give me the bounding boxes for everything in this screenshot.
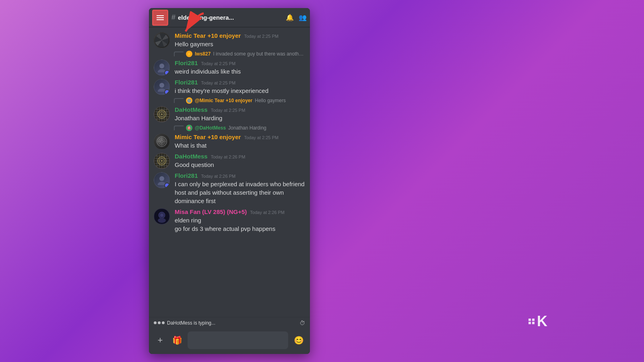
role-badge — [164, 183, 170, 188]
hamburger-button[interactable] — [152, 10, 168, 26]
avatar — [154, 172, 170, 188]
message-header: Mimic Tear +10 enjoyer Today at 2:25 PM — [175, 32, 305, 39]
svg-point-3 — [160, 39, 163, 42]
reply-text: I invaded some guy but there was another… — [213, 51, 305, 57]
avatar — [154, 153, 170, 169]
k-letter: K — [537, 313, 547, 330]
message-content: Flori281 Today at 2:26 PM I can only be … — [175, 172, 305, 205]
message-content: Flori281 Today at 2:25 PM weird individu… — [175, 60, 305, 76]
header-icons: 🔔 👥 — [286, 14, 307, 21]
discord-panel: # elden-ring-genera... 🔔 👥 — [149, 8, 310, 354]
emoji-button[interactable]: 😊 — [292, 334, 305, 347]
notification-icon[interactable]: 🔔 — [286, 14, 294, 21]
reply-author: lws827 — [195, 51, 211, 57]
members-icon[interactable]: 👥 — [299, 14, 307, 21]
message-header: Flori281 Today at 2:25 PM — [175, 79, 305, 86]
message-text: i think they're mostly inexperienced — [175, 86, 305, 95]
role-badge — [164, 70, 170, 76]
k-dot-row-top — [528, 319, 535, 321]
author-name: DaHotMess — [175, 106, 208, 113]
timestamp: Today at 2:25 PM — [244, 135, 279, 140]
message-header: DaHotMess Today at 2:26 PM — [175, 153, 305, 160]
channel-hash-icon: # — [171, 13, 175, 22]
timestamp: Today at 2:25 PM — [201, 61, 236, 66]
avatar — [154, 106, 170, 122]
avatar — [154, 134, 170, 150]
k-dot — [528, 319, 531, 321]
timestamp: Today at 2:25 PM — [244, 34, 279, 39]
author-name: Mimic Tear +10 enjoyer — [175, 134, 241, 140]
svg-point-45 — [160, 214, 163, 217]
k-dot — [532, 322, 535, 324]
author-name: Mimic Tear +10 enjoyer — [175, 32, 241, 39]
avatar — [154, 60, 170, 76]
k-dots — [528, 319, 535, 324]
typing-indicator: DaHotMess is typing... ⏱ — [149, 317, 310, 328]
message-text: weird individuals like this — [175, 67, 305, 76]
message-header: Flori281 Today at 2:25 PM — [175, 60, 305, 66]
typing-dot-2 — [158, 321, 161, 324]
timestamp: Today at 2:26 PM — [250, 210, 285, 215]
channel-header: # elden-ring-genera... 🔔 👥 — [149, 8, 310, 27]
reply-text: Jonathan Harding — [228, 125, 266, 131]
svg-point-44 — [158, 218, 166, 223]
message-text: Hello gaymers — [175, 40, 305, 48]
emoji-icon: 😊 — [294, 335, 304, 345]
table-row: Misa Fan (LV 285) (NG+5) Today at 2:26 P… — [149, 207, 310, 234]
typing-dot-3 — [162, 321, 165, 324]
timestamp: Today at 2:26 PM — [211, 154, 246, 159]
avatar — [154, 79, 170, 95]
typing-dots — [154, 321, 165, 324]
author-name: Flori281 — [175, 60, 198, 66]
svg-point-40 — [161, 160, 163, 162]
reply-author: @DaHotMess — [195, 125, 226, 131]
reply-line — [174, 98, 184, 103]
watermark: K — [528, 313, 547, 330]
typing-status-icon: ⏱ — [299, 320, 305, 326]
message-text: I can only be perplexed at invaders who … — [175, 180, 305, 205]
svg-point-1 — [157, 35, 167, 45]
message-header: DaHotMess Today at 2:25 PM — [175, 106, 305, 113]
reply-author: @Mimic Tear +10 enjoyer — [195, 98, 252, 103]
author-name: Misa Fan (LV 285) (NG+5) — [175, 208, 247, 215]
avatar — [154, 32, 170, 48]
message-text: Jonathan Harding — [175, 114, 305, 122]
reply-line — [174, 51, 184, 56]
svg-point-7 — [159, 83, 164, 88]
k-dot — [528, 322, 531, 324]
table-row: Flori281 Today at 2:26 PM I can only be … — [149, 171, 310, 207]
reply-text: Hello gaymers — [255, 98, 286, 103]
message-content: DaHotMess Today at 2:25 PM Jonathan Hard… — [175, 106, 305, 122]
add-button[interactable]: + — [154, 334, 167, 347]
table-row: Mimic Tear +10 enjoyer Today at 2:25 PM … — [149, 31, 310, 50]
timestamp: Today at 2:26 PM — [201, 174, 236, 179]
reply-avatar: 🌀 — [186, 97, 192, 104]
svg-point-2 — [159, 37, 165, 43]
message-input[interactable] — [188, 331, 288, 349]
table-row: DaHotMess Today at 2:26 PM Good question — [149, 151, 310, 171]
reply-context: 🎯 @DaHotMess Jonathan Harding — [149, 124, 310, 132]
timestamp: Today at 2:25 PM — [211, 108, 246, 113]
reply-avatar: 🎯 — [186, 125, 192, 131]
message-header: Mimic Tear +10 enjoyer Today at 2:25 PM — [175, 134, 305, 140]
message-content: Mimic Tear +10 enjoyer Today at 2:25 PM … — [175, 134, 305, 150]
k-dot — [532, 319, 535, 321]
message-content: Flori281 Today at 2:25 PM i think they'r… — [175, 79, 305, 95]
gift-button[interactable]: 🎁 — [171, 334, 184, 347]
timestamp: Today at 2:25 PM — [201, 80, 236, 85]
svg-point-6 — [159, 64, 164, 68]
table-row: Flori281 Today at 2:25 PM weird individu… — [149, 58, 310, 77]
reply-line — [174, 125, 184, 130]
message-text: Good question — [175, 160, 305, 169]
k-dot-row-bottom — [528, 322, 535, 324]
message-content: Mimic Tear +10 enjoyer Today at 2:25 PM … — [175, 32, 305, 48]
messages-area[interactable]: Mimic Tear +10 enjoyer Today at 2:25 PM … — [149, 27, 310, 317]
avatar — [154, 208, 170, 224]
message-content: Misa Fan (LV 285) (NG+5) Today at 2:26 P… — [175, 208, 305, 233]
message-text: elden ringgo for ds 3 where actual pvp h… — [175, 216, 305, 233]
author-name: Flori281 — [175, 79, 198, 86]
table-row: Flori281 Today at 2:25 PM i think they'r… — [149, 77, 310, 97]
author-name: DaHotMess — [175, 153, 208, 160]
gift-icon: 🎁 — [172, 335, 182, 345]
role-badge — [164, 89, 170, 95]
